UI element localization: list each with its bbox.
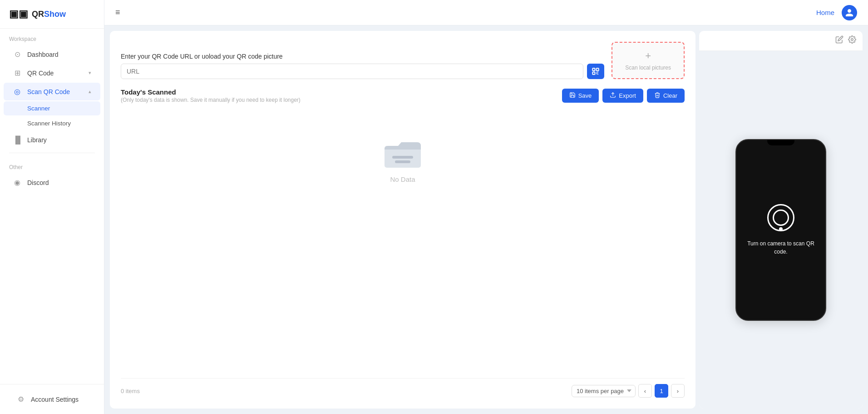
page-1-button[interactable]: 1 (655, 384, 668, 398)
content-area: Enter your QR Code URL or uoload your QR… (104, 25, 868, 414)
plus-icon: + (645, 50, 651, 62)
save-button[interactable]: Save (562, 89, 599, 103)
svg-rect-6 (395, 160, 410, 163)
pagination-bar: 0 items 10 items per page 20 items per p… (121, 378, 685, 398)
camera-edit-icon[interactable] (835, 35, 843, 46)
scan-local-pictures-button[interactable]: + Scan local pictures (612, 42, 685, 79)
main-wrapper: ≡ Home Enter your QR Code URL or uoload … (104, 0, 868, 414)
sidebar-item-account-settings[interactable]: ⚙ Account Settings (7, 390, 97, 408)
logo-show: Show (44, 10, 66, 19)
library-icon: ▐▌ (13, 136, 22, 144)
sidebar-sub-label: Scanner History (27, 120, 71, 127)
url-input[interactable] (121, 64, 583, 79)
chevron-up-icon: ▴ (89, 89, 91, 95)
scan-qr-icon: ◎ (13, 87, 22, 96)
empty-text: No Data (390, 175, 415, 183)
hamburger-menu-icon[interactable]: ≡ (115, 8, 120, 17)
topbar: ≡ Home (104, 0, 868, 25)
svg-rect-1 (597, 68, 599, 70)
url-section: Enter your QR Code URL or uoload your QR… (121, 42, 685, 79)
url-input-label: Enter your QR Code URL or uoload your QR… (121, 53, 604, 60)
sidebar-item-label: Account Settings (31, 396, 88, 403)
app-logo[interactable]: ▣▣ QRShow (0, 0, 104, 29)
save-icon (569, 92, 576, 100)
export-button[interactable]: Export (602, 89, 643, 103)
avatar[interactable] (842, 5, 857, 20)
other-label: Other (0, 157, 104, 173)
svg-rect-2 (593, 72, 595, 75)
export-label: Export (619, 92, 636, 99)
sidebar-item-discord[interactable]: ◉ Discord (4, 174, 100, 191)
dashboard-icon: ⊙ (13, 50, 22, 59)
svg-point-7 (851, 39, 853, 41)
camera-toolbar (699, 31, 863, 51)
sidebar-item-library[interactable]: ▐▌ Library (4, 131, 100, 149)
home-link[interactable]: Home (816, 9, 834, 16)
sidebar-item-label: Library (27, 136, 91, 144)
today-actions: Save Export (562, 89, 685, 103)
camera-scan-ring (767, 204, 794, 231)
trash-icon (654, 92, 661, 100)
svg-rect-0 (593, 68, 595, 70)
logo-qr: QR (32, 10, 44, 19)
sidebar-item-scan-qr-code[interactable]: ◎ Scan QR Code ▴ (4, 83, 100, 100)
sidebar-subitem-scanner[interactable]: Scanner (4, 101, 100, 115)
prev-page-button[interactable]: ‹ (638, 384, 652, 398)
scan-icon (592, 67, 600, 75)
empty-folder-icon (382, 136, 423, 170)
chevron-down-icon: ▾ (89, 70, 91, 76)
sidebar-divider (9, 153, 95, 153)
phone-notch (767, 140, 794, 145)
phone-container: Turn on camera to scan QR code. (699, 51, 863, 409)
camera-panel: Turn on camera to scan QR code. (699, 31, 863, 409)
clear-label: Clear (663, 92, 677, 99)
items-count: 0 items (121, 388, 140, 394)
pagination-controls: 10 items per page 20 items per page 50 i… (572, 384, 685, 398)
discord-icon: ◉ (13, 178, 22, 187)
logo-icon: ▣▣ (9, 8, 28, 20)
url-scan-button[interactable] (587, 64, 604, 79)
sidebar: ▣▣ QRShow Workspace ⊙ Dashboard ⊞ QR Cod… (0, 0, 104, 414)
sidebar-item-label: QR Code (27, 70, 83, 77)
sidebar-sub-label: Scanner (27, 105, 50, 112)
workspace-label: Workspace (0, 29, 104, 45)
today-scanned-section: Today's Scanned (Only today's data is sh… (121, 88, 685, 210)
next-page-button[interactable]: › (671, 384, 685, 398)
qr-code-icon: ⊞ (13, 69, 22, 77)
page-size-select[interactable]: 10 items per page 20 items per page 50 i… (572, 385, 636, 397)
save-label: Save (578, 92, 592, 99)
export-icon (610, 92, 616, 100)
camera-settings-icon[interactable] (848, 35, 856, 46)
user-icon (845, 8, 854, 17)
logo-text: QRShow (32, 10, 66, 19)
today-title: Today's Scanned (121, 88, 301, 96)
sidebar-subitem-scanner-history[interactable]: Scanner History (4, 116, 100, 130)
sidebar-item-label: Dashboard (27, 51, 91, 58)
today-header: Today's Scanned (Only today's data is sh… (121, 88, 685, 103)
phone-mockup: Turn on camera to scan QR code. (735, 139, 826, 321)
sidebar-item-label: Scan QR Code (27, 88, 83, 95)
camera-instruction-text: Turn on camera to scan QR code. (736, 239, 825, 256)
today-subtitle: (Only today's data is shown. Save it man… (121, 97, 301, 103)
svg-rect-5 (392, 156, 413, 159)
sidebar-item-dashboard[interactable]: ⊙ Dashboard (4, 45, 100, 63)
sidebar-item-qr-code[interactable]: ⊞ QR Code ▾ (4, 64, 100, 82)
clear-button[interactable]: Clear (647, 89, 685, 103)
sidebar-item-label: Discord (27, 179, 91, 186)
scan-local-label: Scan local pictures (625, 65, 671, 71)
sidebar-footer: ⚙ Account Settings (0, 384, 104, 414)
settings-icon: ⚙ (16, 395, 25, 404)
empty-state: No Data (121, 109, 685, 210)
scanner-panel: Enter your QR Code URL or uoload your QR… (110, 31, 695, 409)
